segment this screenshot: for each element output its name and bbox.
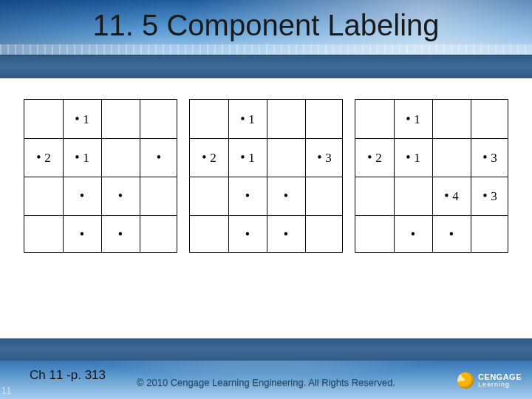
- grid-cell-label: [157, 150, 161, 166]
- grid-cell-label: 2: [202, 150, 216, 166]
- brand-text: CENGAGE Learning: [478, 373, 522, 388]
- grid-cell-dot: [267, 215, 305, 253]
- grid-cell-label: 1: [406, 112, 420, 127]
- copyright-text: © 2010 Cengage Learning Engineering. All…: [0, 377, 532, 389]
- grid-cell-dot: [101, 215, 140, 253]
- grid-cell-dot: 1: [228, 100, 267, 138]
- grid-cell-dot: 2: [190, 138, 228, 177]
- grid-cell-label: [245, 188, 250, 204]
- grid-cell-label: 1: [240, 112, 254, 127]
- grid-cell-label: 3: [482, 150, 497, 166]
- grid-cell-label: [118, 188, 123, 204]
- grid-cell-label: [449, 227, 454, 242]
- grid-cell-label: [411, 227, 415, 242]
- grid-cell-dot: 2: [24, 138, 63, 177]
- grid-cell-label: 1: [75, 150, 89, 166]
- grid-cell-dot: [140, 138, 178, 177]
- grid-cell-label: 2: [367, 150, 381, 166]
- brand-badge: CENGAGE Learning: [457, 372, 522, 389]
- grid-cell-label: 2: [36, 150, 50, 166]
- grid-cell-dot: 1: [394, 138, 432, 177]
- grid-cell-dot: [63, 215, 101, 253]
- grid-cell-label: 1: [406, 150, 420, 166]
- grid-cell-label: 3: [317, 150, 331, 166]
- grid-cell-dot: 1: [63, 100, 101, 138]
- footer-band: [0, 338, 532, 361]
- grid-cell-label: [284, 188, 288, 204]
- grid-cell-label: [118, 227, 123, 242]
- brand-sub: Learning: [478, 381, 522, 388]
- grid-cell-dot: 2: [355, 138, 394, 177]
- grid-cell-dot: 4: [432, 177, 471, 215]
- grid-cell-dot: [63, 177, 101, 215]
- grid-cell-label: 3: [482, 188, 497, 204]
- grid-cell-label: [80, 227, 84, 242]
- grid-cell-dot: 1: [228, 138, 267, 177]
- grid-cell-dot: [101, 177, 140, 215]
- grid-cell-label: [284, 227, 288, 242]
- brand-icon: [457, 372, 474, 389]
- grid-cell-dot: 3: [305, 138, 344, 177]
- labeling-grid-1: 121: [24, 99, 177, 253]
- grid-cell-dot: [228, 177, 267, 215]
- grids-container: 121 1213 121343: [24, 99, 508, 254]
- grid-cell-dot: [432, 215, 471, 253]
- grid-cell-label: 1: [240, 150, 254, 166]
- labeling-grid-2: 1213: [189, 99, 343, 253]
- labeling-grid-3: 121343: [355, 99, 508, 253]
- grid-cell-label: [80, 188, 84, 204]
- grid-cell-dot: [267, 177, 305, 215]
- grid-cell-dot: 1: [63, 138, 101, 177]
- grid-cell-dot: 3: [471, 177, 509, 215]
- page-title: 11. 5 Component Labeling: [0, 9, 532, 42]
- title-band: [0, 55, 532, 78]
- grid-cell-label: 1: [75, 112, 89, 127]
- grid-cell-dot: [394, 215, 432, 253]
- grid-cell-label: 4: [444, 188, 458, 204]
- grid-cell-dot: [228, 215, 267, 253]
- grid-cell-dot: 1: [394, 100, 432, 138]
- grid-cell-label: [245, 227, 250, 242]
- grid-cell-dot: 3: [471, 138, 509, 177]
